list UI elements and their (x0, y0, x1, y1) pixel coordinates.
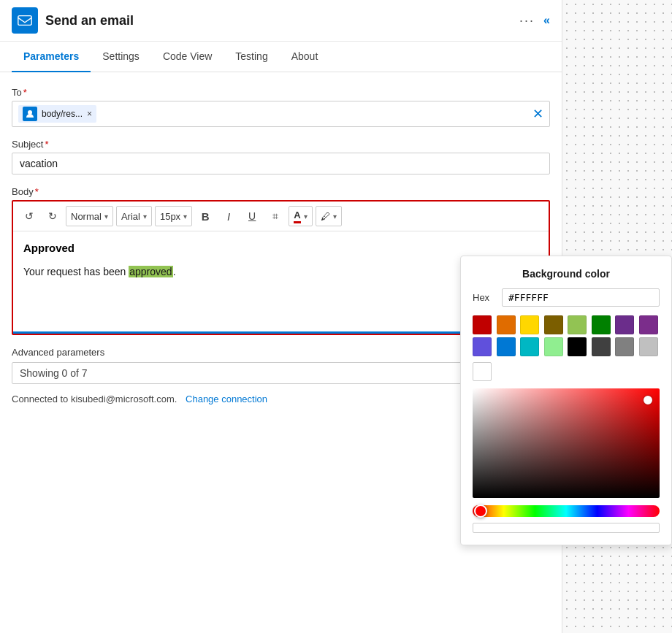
swatch-black[interactable] (568, 337, 587, 356)
color-swatches (473, 315, 660, 356)
hue-slider[interactable] (473, 505, 660, 517)
advanced-dropdown[interactable]: Showing 0 of 7 ▾ (12, 362, 504, 384)
color-picker-title: Background color (473, 268, 660, 280)
font-color-dropdown[interactable]: A ▾ (289, 206, 312, 226)
header-actions: ··· « (519, 13, 550, 28)
swatch-orange[interactable] (497, 315, 516, 334)
swatch-indigo[interactable] (473, 337, 492, 356)
swatch-blue[interactable] (497, 337, 516, 356)
hex-label: Hex (473, 292, 495, 303)
swatch-dark-gray[interactable] (592, 337, 611, 356)
color-gradient-thumb[interactable] (644, 396, 652, 404)
more-options-button[interactable]: ··· (519, 13, 535, 28)
undo-button[interactable]: ↺ (19, 206, 39, 226)
bg-color-dropdown[interactable]: 🖊 ▾ (316, 206, 342, 226)
to-tag-remove[interactable]: × (87, 109, 92, 119)
swatch-purple-dark[interactable] (615, 315, 634, 334)
collapse-button[interactable]: « (543, 14, 550, 27)
swatch-mint[interactable] (544, 337, 563, 356)
svg-rect-0 (18, 16, 31, 26)
swatch-red-dark[interactable] (473, 315, 492, 334)
hue-thumb[interactable] (474, 505, 487, 518)
hex-row: Hex (473, 288, 660, 307)
to-field-group: To * body/res... × ✕ (12, 87, 550, 127)
advanced-dropdown-text: Showing 0 of 7 (20, 367, 88, 379)
color-picker-popup: Background color Hex (460, 256, 672, 545)
swatch-gray[interactable] (615, 337, 634, 356)
editor-highlight: approved (129, 266, 172, 277)
link-button[interactable]: ⌗ (265, 206, 286, 226)
font-color-label: A (294, 210, 300, 223)
to-field-clear-button[interactable]: ✕ (532, 106, 543, 122)
to-label: To * (12, 87, 550, 98)
bold-button[interactable]: B (195, 206, 215, 226)
to-tag-text: body/res... (42, 109, 83, 119)
swatch-cyan[interactable] (520, 337, 539, 356)
app-icon (12, 7, 38, 34)
font-dropdown[interactable]: Arial ▾ (116, 206, 152, 226)
size-dropdown[interactable]: 15px ▾ (155, 206, 192, 226)
subject-required: * (45, 139, 48, 150)
swatch-brown[interactable] (544, 315, 563, 334)
swatch-light-gray[interactable] (639, 337, 658, 356)
subject-input[interactable] (12, 153, 550, 174)
change-connection-link[interactable]: Change connection (186, 394, 267, 404)
swatch-yellow[interactable] (520, 315, 539, 334)
swatch-purple[interactable] (639, 315, 658, 334)
right-panel: Background color Hex (562, 0, 672, 633)
font-dropdown-chevron: ▾ (143, 212, 147, 220)
hex-input[interactable] (502, 288, 660, 307)
to-tag-avatar (23, 107, 37, 121)
body-required: * (35, 186, 39, 197)
white-swatch-row (473, 362, 660, 381)
to-tag: body/res... × (18, 105, 96, 123)
tab-parameters[interactable]: Parameters (12, 42, 91, 72)
tab-code-view[interactable]: Code View (151, 42, 224, 72)
bg-color-chevron: ▾ (333, 212, 337, 220)
swatch-white[interactable] (473, 362, 492, 381)
tab-testing[interactable]: Testing (224, 42, 279, 72)
editor-heading: Approved (23, 240, 538, 257)
editor-text-before: Your request has been (23, 266, 129, 277)
tab-settings[interactable]: Settings (91, 42, 151, 72)
italic-button[interactable]: I (218, 206, 239, 226)
subject-field-group: Subject * (12, 139, 550, 174)
header: Send an email ··· « (0, 0, 562, 42)
color-gradient[interactable] (473, 388, 660, 498)
page-title: Send an email (45, 13, 519, 28)
editor-toolbar: ↺ ↻ Normal ▾ Arial ▾ 15px ▾ B I (13, 202, 549, 231)
opacity-slider[interactable] (473, 523, 660, 533)
editor-text-after: . (173, 266, 176, 277)
redo-button[interactable]: ↻ (42, 206, 63, 226)
subject-label: Subject * (12, 139, 550, 150)
to-input-container[interactable]: body/res... × ✕ (12, 101, 550, 127)
font-color-chevron: ▾ (304, 212, 308, 220)
swatch-green-light[interactable] (568, 315, 587, 334)
size-dropdown-chevron: ▾ (183, 212, 187, 220)
bg-color-icon: 🖊 (321, 211, 330, 222)
to-required: * (23, 87, 27, 98)
swatch-green-dark[interactable] (592, 315, 611, 334)
style-dropdown-chevron: ▾ (104, 212, 108, 220)
underline-button[interactable]: U (242, 206, 262, 226)
connection-text: Connected to kisubedi@microsoft.com. (12, 394, 177, 404)
style-dropdown[interactable]: Normal ▾ (66, 206, 113, 226)
tab-about[interactable]: About (280, 42, 330, 72)
body-label: Body * (12, 186, 550, 197)
tabs-bar: Parameters Settings Code View Testing Ab… (0, 42, 562, 72)
